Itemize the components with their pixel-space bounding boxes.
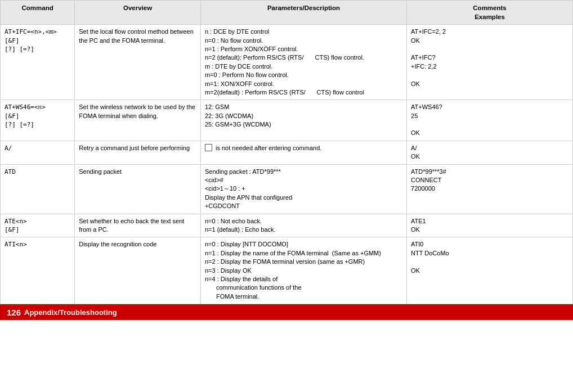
param-text: is not needed after entering command.: [216, 145, 321, 151]
cell-command: ATE<n> [&F]: [1, 214, 75, 237]
param-line: <cid>#: [205, 176, 402, 184]
cell-comments: AT+WS46? 25 OK: [407, 100, 573, 141]
table-row: ATD Sending packet Sending packet : ATD*…: [1, 164, 573, 214]
cell-command: AT+IFC=<n>,<m> [&F] [?] [=?]: [1, 25, 75, 100]
param-line: 25: GSM+3G (WCDMA): [205, 120, 402, 129]
cell-command: AT+WS46=<n> [&F] [?] [=?]: [1, 100, 75, 141]
param-line: n=1 (default) : Echo back.: [205, 226, 402, 234]
cell-overview: Set the local flow control method betwee…: [75, 25, 201, 100]
param-line: n=4 : Display the details of: [205, 275, 402, 283]
cell-command: ATD: [1, 164, 75, 214]
table-row: ATI<n> Display the recognition code n=0 …: [1, 237, 573, 304]
param-line: n=3 : Display OK: [205, 267, 402, 275]
cell-comments: ATI0 NTT DoCoMo OK: [407, 237, 573, 304]
page-number: 126: [7, 308, 21, 317]
param-line: m=2(default) : Perform RS/CS (RTS/CTS) f…: [205, 88, 402, 97]
param-line: n=1 : Perform XON/XOFF control.: [205, 45, 402, 53]
param-line: n=0 : Display [NTT DOCOMO]: [205, 240, 402, 249]
header-params: Parameters/Description: [200, 1, 406, 25]
param-line: Display the APN that configured: [205, 193, 402, 202]
cell-params: n=0 : Not echo back. n=1 (default) : Ech…: [200, 214, 406, 237]
table-row: AT+WS46=<n> [&F] [?] [=?] Set the wirele…: [1, 100, 573, 141]
param-line: n=1 : Display the name of the FOMA termi…: [205, 249, 402, 258]
param-line: m=0 : Perform No flow control.: [205, 71, 402, 79]
cell-command: A/: [1, 141, 75, 164]
page-wrapper: Command Overview Parameters/Description …: [0, 0, 573, 320]
param-line: m : DTE by DCE control.: [205, 62, 402, 71]
param-line: <cid>1～10 : +: [205, 184, 402, 193]
cell-params: 12: GSM 22: 3G (WCDMA) 25: GSM+3G (WCDMA…: [200, 100, 406, 141]
cell-comments: AT+IFC=2, 2 OK AT+IFC? +IFC: 2,2 OK: [407, 25, 573, 100]
param-line: n=0 : Not echo back.: [205, 217, 402, 226]
param-line: n=2 : Display the FOMA terminal version …: [205, 258, 402, 266]
param-line: m=1: XON/XOFF control.: [205, 80, 402, 88]
cell-comments: A/ OK: [407, 141, 573, 164]
cell-overview: Set whether to echo back the text sent f…: [75, 214, 201, 237]
param-line: FOMA terminal.: [205, 292, 402, 301]
cell-overview: Set the wireless network to be used by t…: [75, 100, 201, 141]
table-header-row: Command Overview Parameters/Description …: [1, 1, 573, 25]
param-line: communication functions of the: [205, 283, 402, 292]
header-overview: Overview: [75, 1, 201, 25]
table-row: AT+IFC=<n>,<m> [&F] [?] [=?] Set the loc…: [1, 25, 573, 100]
icon-square: [205, 144, 212, 151]
cell-overview: Display the recognition code: [75, 237, 201, 304]
header-command: Command: [1, 1, 75, 25]
cell-params: n : DCE by DTE control n=0 : No flow con…: [200, 25, 406, 100]
cell-overview: Retry a command just before performing: [75, 141, 201, 164]
cell-params: is not needed after entering command.: [200, 141, 406, 164]
main-table: Command Overview Parameters/Description …: [0, 0, 573, 304]
param-line: n : DCE by DTE control: [205, 28, 402, 36]
table-row: ATE<n> [&F] Set whether to echo back the…: [1, 214, 573, 237]
param-line: n=2 (default): Perform RS/CS (RTS/CTS) f…: [205, 53, 402, 62]
cell-comments: ATE1 OK: [407, 214, 573, 237]
param-line: +CGDCONT: [205, 202, 402, 210]
param-line: Sending packet : ATD*99***: [205, 168, 402, 176]
header-comments: Comments Examples: [407, 1, 573, 25]
cell-comments: ATD*99***3# CONNECT 7200000: [407, 164, 573, 214]
cell-params: Sending packet : ATD*99*** <cid># <cid>1…: [200, 164, 406, 214]
footer-bar: 126 Appendix/Troubleshooting: [0, 304, 573, 320]
cell-params: n=0 : Display [NTT DOCOMO] n=1 : Display…: [200, 237, 406, 304]
table-row: A/ Retry a command just before performin…: [1, 141, 573, 164]
param-line: 22: 3G (WCDMA): [205, 112, 402, 120]
param-line: 12: GSM: [205, 103, 402, 111]
footer-text: Appendix/Troubleshooting: [24, 308, 117, 317]
cell-overview: Sending packet: [75, 164, 201, 214]
param-line: n=0 : No flow control.: [205, 37, 402, 45]
cell-command: ATI<n>: [1, 237, 75, 304]
